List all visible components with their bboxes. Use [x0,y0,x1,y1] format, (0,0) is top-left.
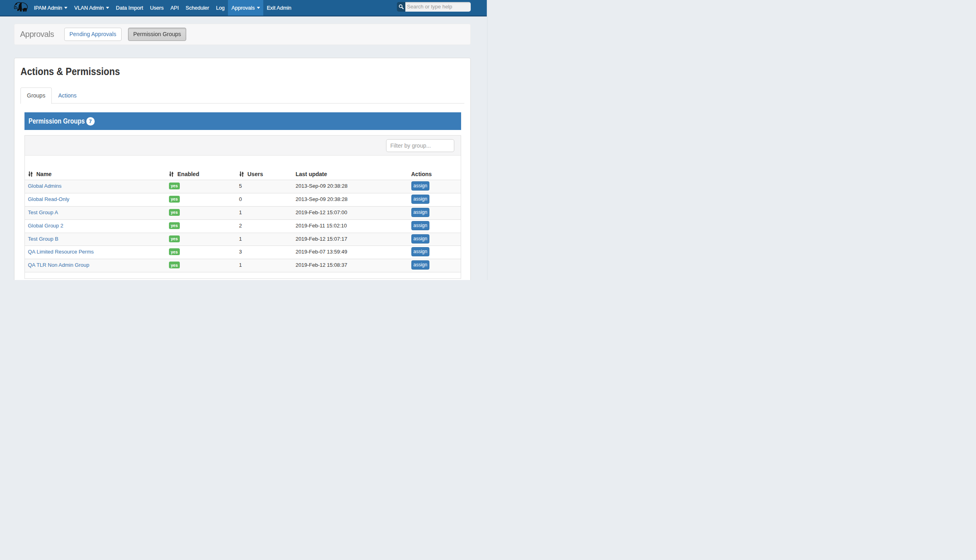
users-count: 0 [239,196,242,202]
group-name-link[interactable]: Global Admins [28,183,62,189]
tab-groups[interactable]: Groups [20,87,52,104]
cell-actions: assign [408,246,461,259]
actions-permissions-panel: Actions & Permissions GroupsActions Perm… [14,58,471,280]
navbar: IPAM AdminVLAN AdminData ImportUsersAPIS… [0,0,488,16]
group-name-link[interactable]: Test Group A [28,209,58,215]
cell-users: 1 [236,259,293,272]
nav-item-approvals[interactable]: Approvals [228,0,263,16]
cell-enabled: yes [166,259,236,272]
assign-button[interactable]: assign [411,221,430,230]
cell-name: Global Admins [25,180,166,193]
cell-name: QA Limited Resource Perms [25,246,166,259]
sort-icon[interactable] [28,171,33,177]
cell-actions: assign [408,233,461,246]
assign-button[interactable]: assign [411,195,430,204]
search-icon-box[interactable] [397,2,405,12]
sort-icon[interactable] [169,171,174,177]
cell-last-update: 2019-Feb-12 15:07:17 [293,233,408,246]
tab-actions[interactable]: Actions [52,87,83,104]
last-update: 2019-Feb-11 15:02:10 [296,223,347,229]
pending-approvals-button[interactable]: Pending Approvals [64,28,122,41]
scrollbar-track[interactable] [487,0,488,280]
column-label: Name [37,171,52,177]
nav-item-vlan-admin[interactable]: VLAN Admin [71,0,113,16]
group-name-link[interactable]: Global Read-Only [28,196,69,202]
cell-name: Test Group B [25,233,166,246]
cell-name: QA TLR Non Admin Group [25,259,166,272]
cell-users: 1 [236,206,293,219]
cell-actions: assign [408,219,461,233]
users-count: 1 [239,236,242,242]
cell-users: 0 [236,193,293,206]
permission-groups-header: Permission Groups 7 [24,112,461,130]
nav-item-users[interactable]: Users [146,0,167,16]
nav-item-api[interactable]: API [167,0,182,16]
page-title: Actions & Permissions [20,66,120,77]
permission-groups-table: NameEnabledUsersLast updateActions Globa… [25,166,461,273]
group-name-link[interactable]: QA TLR Non Admin Group [28,262,89,268]
nav-item-label: VLAN Admin [74,5,104,11]
nav-item-label: API [171,5,179,11]
enabled-badge: yes [169,248,180,255]
enabled-badge: yes [169,209,180,216]
last-update: 2013-Sep-09 20:38:28 [296,183,348,189]
users-count: 1 [239,209,242,215]
column-label: Users [248,171,263,177]
filter-input[interactable] [386,139,454,152]
caret-down-icon [106,7,109,9]
nav-item-exit-admin[interactable]: Exit Admin [263,0,295,16]
users-count: 2 [239,223,242,229]
group-name-link[interactable]: Global Group 2 [28,223,63,229]
cell-name: Test Group A [25,206,166,219]
assign-button[interactable]: assign [411,181,430,191]
cell-actions: assign [408,193,461,206]
nav-items: IPAM AdminVLAN AdminData ImportUsersAPIS… [31,0,295,16]
nav-item-label: Users [150,5,164,11]
nav-item-label: IPAM Admin [34,5,63,11]
nav-item-ipam-admin[interactable]: IPAM Admin [31,0,71,16]
assign-button[interactable]: assign [411,260,430,270]
cell-actions: assign [408,180,461,193]
panda-logo [14,2,28,12]
assign-button[interactable]: assign [411,208,430,217]
search-input[interactable] [405,2,471,12]
cell-enabled: yes [166,193,236,206]
cell-actions: assign [408,206,461,219]
nav-item-data-import[interactable]: Data Import [112,0,146,16]
assign-button[interactable]: assign [411,234,430,243]
cell-name: Global Read-Only [25,193,166,206]
cell-enabled: yes [166,233,236,246]
navbar-search [397,2,471,12]
enabled-badge: yes [169,183,180,189]
nav-item-label: Exit Admin [267,5,291,11]
column-header-name[interactable]: Name [25,166,166,180]
nav-item-scheduler[interactable]: Scheduler [182,0,213,16]
enabled-badge: yes [169,262,180,268]
column-label: Actions [411,171,432,177]
column-label: Last update [296,171,327,177]
column-header-users[interactable]: Users [236,166,293,180]
permission-groups-button[interactable]: Permission Groups [128,28,186,41]
nav-item-log[interactable]: Log [213,0,228,16]
table-row: Global Group 2yes22019-Feb-11 15:02:10as… [25,219,461,233]
cell-last-update: 2019-Feb-11 15:02:10 [293,219,408,233]
cell-enabled: yes [166,246,236,259]
group-name-link[interactable]: QA Limited Resource Perms [28,249,94,255]
cell-enabled: yes [166,219,236,233]
toolbar-title: Approvals [20,24,54,45]
cell-users: 5 [236,180,293,193]
sort-icon[interactable] [239,171,244,177]
group-name-link[interactable]: Test Group B [28,236,59,242]
table-row: Global Read-Onlyyes02013-Sep-09 20:38:28… [25,193,461,206]
cell-last-update: 2019-Feb-12 15:07:00 [293,206,408,219]
search-icon [399,4,404,10]
last-update: 2019-Feb-12 15:07:17 [296,236,348,242]
cell-actions: assign [408,259,461,272]
cell-users: 2 [236,219,293,233]
approvals-toolbar: Approvals Pending Approvals Permission G… [14,24,471,45]
assign-button[interactable]: assign [411,247,430,256]
tabs: GroupsActions [20,87,464,103]
table-container: NameEnabledUsersLast updateActions Globa… [24,135,461,279]
users-count: 3 [239,249,242,255]
column-header-enabled[interactable]: Enabled [166,166,236,180]
